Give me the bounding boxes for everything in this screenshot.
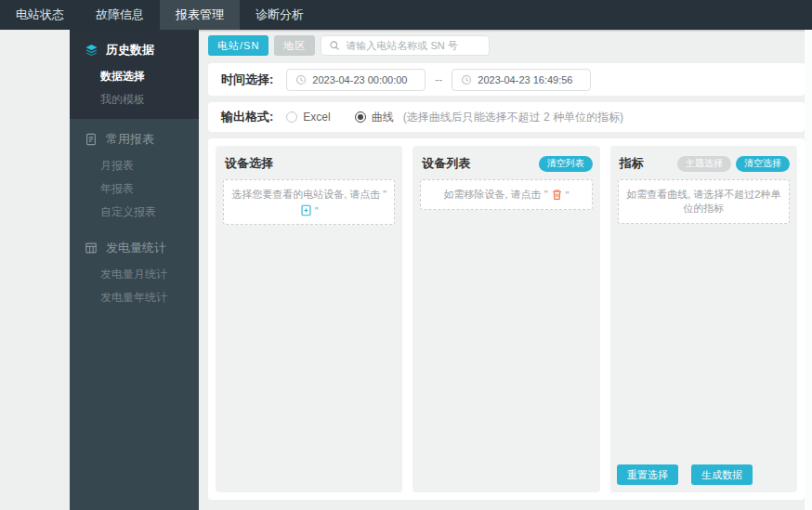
station-search-input[interactable] xyxy=(346,40,481,51)
sidebar-group-header-generation-stats[interactable]: 发电量统计 xyxy=(70,228,199,263)
date-range-separator: -- xyxy=(435,73,442,86)
sidebar-group-header-common-reports[interactable]: 常用报表 xyxy=(70,119,199,154)
radio-unchecked-icon[interactable] xyxy=(286,111,297,123)
format-option-curve[interactable]: 曲线 (选择曲线后只能选择不超过 2 种单位的指标) xyxy=(355,110,623,125)
end-datetime-value: 2023-04-23 16:49:56 xyxy=(478,74,572,85)
add-file-icon xyxy=(300,204,312,216)
indicators-panel: 指标 主题选择 清空选择 如需查看曲线, 请选择不超过2种单位的指标 重置选择 … xyxy=(610,146,797,492)
reset-selection-button[interactable]: 重置选择 xyxy=(617,464,678,485)
sidebar-group-title: 发电量统计 xyxy=(106,240,166,256)
end-datetime-input[interactable]: 2023-04-23 16:49:56 xyxy=(452,69,591,91)
sidebar-group-common-reports: 常用报表 月报表 年报表 自定义报表 xyxy=(70,119,199,228)
device-select-panel: 设备选择 选择您要查看的电站设备, 请点击 " " xyxy=(216,146,402,492)
device-select-hint-prefix: 选择您要查看的电站设备, 请点击 " xyxy=(231,188,386,202)
sidebar-item-my-templates[interactable]: 我的模板 xyxy=(70,88,199,111)
device-list-hint-prefix: 如需移除设备, 请点击 " xyxy=(444,188,548,202)
generate-data-button[interactable]: 生成数据 xyxy=(691,464,753,485)
nav-tab-diagnosis[interactable]: 诊断分析 xyxy=(240,0,320,30)
radio-checked-icon[interactable] xyxy=(355,111,366,123)
sidebar-group-title: 常用报表 xyxy=(106,131,154,148)
station-search-box[interactable] xyxy=(321,35,490,56)
sidebar-item-generation-yearly[interactable]: 发电量年统计 xyxy=(70,286,199,309)
search-icon xyxy=(329,40,340,51)
nav-tab-station-status[interactable]: 电站状态 xyxy=(0,0,80,30)
top-navbar: 电站状态 故障信息 报表管理 诊断分析 xyxy=(0,0,812,30)
theme-select-button[interactable]: 主题选择 xyxy=(677,156,731,172)
sidebar-item-custom-report[interactable]: 自定义报表 xyxy=(70,201,199,224)
clear-device-list-button[interactable]: 清空列表 xyxy=(539,156,593,172)
nav-tab-report-management[interactable]: 报表管理 xyxy=(160,0,240,30)
sidebar-group-generation-stats: 发电量统计 发电量月统计 发电量年统计 xyxy=(70,228,199,313)
device-select-panel-header: 设备选择 xyxy=(216,146,402,178)
device-select-hint-box: 选择您要查看的电站设备, 请点击 " " xyxy=(223,179,395,225)
device-select-panel-title: 设备选择 xyxy=(225,155,273,172)
sidebar-item-yearly-report[interactable]: 年报表 xyxy=(70,177,199,201)
device-list-hint-suffix: " xyxy=(566,190,570,201)
trash-icon xyxy=(551,189,563,201)
clock-icon xyxy=(295,74,307,85)
clock-icon xyxy=(461,74,472,85)
indicators-panel-title: 指标 xyxy=(620,155,644,172)
left-gutter xyxy=(0,30,70,510)
layers-icon xyxy=(85,44,98,58)
filter-row: 电站/SN 地区 xyxy=(208,34,805,57)
device-list-panel-header: 设备列表 清空列表 xyxy=(413,146,599,178)
device-list-panel-title: 设备列表 xyxy=(422,155,470,172)
main-area: 历史数据 数据选择 我的模板 常用报表 月报表 年报表 自定义报表 xyxy=(0,30,812,510)
start-datetime-value: 2023-04-23 00:00:00 xyxy=(312,74,407,85)
report-icon xyxy=(85,133,98,147)
indicators-panel-header: 指标 主题选择 清空选择 xyxy=(610,146,797,178)
sidebar: 历史数据 数据选择 我的模板 常用报表 月报表 年报表 自定义报表 xyxy=(70,30,199,510)
device-select-hint-suffix: " xyxy=(315,205,319,216)
scrollbar-track[interactable] xyxy=(805,30,812,510)
format-option-excel-label: Excel xyxy=(303,111,330,124)
format-option-curve-label: 曲线 xyxy=(372,110,394,125)
start-datetime-input[interactable]: 2023-04-23 00:00:00 xyxy=(286,69,426,91)
sidebar-group-history-data: 历史数据 数据选择 我的模板 xyxy=(70,30,199,119)
region-toggle-button[interactable]: 地区 xyxy=(274,35,315,56)
nav-tab-fault-info[interactable]: 故障信息 xyxy=(80,0,160,30)
panel-action-buttons: 重置选择 生成数据 xyxy=(617,464,753,485)
device-list-panel: 设备列表 清空列表 如需移除设备, 请点击 " " xyxy=(413,146,599,492)
output-format-card: 输出格式: Excel 曲线 (选择曲线后只能选择不超过 2 种单位的指标) xyxy=(208,102,805,132)
format-note: (选择曲线后只能选择不超过 2 种单位的指标) xyxy=(403,110,623,125)
content-area: 电站/SN 地区 时间选择: 2023-04-23 00 xyxy=(199,30,812,510)
time-selection-card: 时间选择: 2023-04-23 00:00:00 -- 2023-04-23 … xyxy=(208,63,805,96)
sidebar-group-title: 历史数据 xyxy=(106,42,154,59)
sidebar-item-data-selection[interactable]: 数据选择 xyxy=(70,65,199,88)
grid-icon xyxy=(85,242,98,255)
sidebar-item-monthly-report[interactable]: 月报表 xyxy=(70,154,199,177)
sidebar-group-header-history-data[interactable]: 历史数据 xyxy=(70,30,199,65)
station-sn-toggle-button[interactable]: 电站/SN xyxy=(208,35,268,56)
time-selection-label: 时间选择: xyxy=(221,72,273,88)
device-list-hint-box: 如需移除设备, 请点击 " " xyxy=(420,179,592,210)
sidebar-item-generation-monthly[interactable]: 发电量月统计 xyxy=(70,263,199,286)
format-option-excel[interactable]: Excel xyxy=(286,111,330,124)
indicators-hint: 如需查看曲线, 请选择不超过2种单位的指标 xyxy=(622,188,785,216)
output-format-label: 输出格式: xyxy=(221,109,273,125)
selection-panels-card: 设备选择 选择您要查看的电站设备, 请点击 " " 设备列表 xyxy=(208,138,805,500)
indicators-hint-box: 如需查看曲线, 请选择不超过2种单位的指标 xyxy=(618,179,790,224)
clear-indicator-selection-button[interactable]: 清空选择 xyxy=(736,156,790,172)
